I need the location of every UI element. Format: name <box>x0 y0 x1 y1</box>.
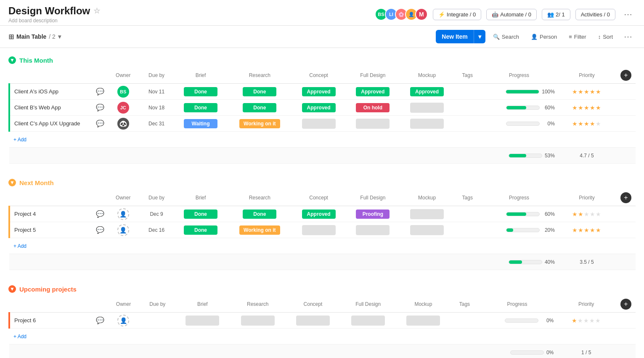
item-name[interactable]: Project 4 <box>9 206 93 222</box>
owner-cell[interactable]: JC <box>107 100 139 116</box>
status-cell[interactable]: Approved <box>346 84 400 100</box>
chat-icon[interactable]: 💬 <box>96 317 104 324</box>
status-cell[interactable] <box>292 116 346 132</box>
status-cell[interactable] <box>400 100 454 116</box>
add-row-cell[interactable]: + Add <box>9 329 636 345</box>
status-cell[interactable]: On hold <box>346 100 400 116</box>
chat-icon[interactable]: 💬 <box>96 88 104 95</box>
status-cell[interactable] <box>292 222 346 238</box>
chat-cell[interactable]: 💬 <box>93 222 107 238</box>
due-cell[interactable] <box>140 313 175 329</box>
tags-cell[interactable] <box>454 206 481 222</box>
tags-cell[interactable] <box>454 100 481 116</box>
status-cell[interactable]: Done <box>174 206 228 222</box>
section-toggle-next-month[interactable]: ▼ <box>8 179 16 186</box>
status-cell[interactable]: Done <box>174 222 228 238</box>
chat-cell[interactable]: 💬 <box>93 116 107 132</box>
table-chevron-icon[interactable]: ▾ <box>58 33 61 40</box>
due-cell[interactable]: Nov 18 <box>139 100 173 116</box>
status-cell[interactable]: Done <box>174 84 228 100</box>
status-cell[interactable] <box>400 206 454 222</box>
status-cell[interactable]: Done <box>228 84 292 100</box>
due-cell[interactable]: Nov 11 <box>139 84 173 100</box>
chat-cell[interactable]: 💬 <box>93 84 107 100</box>
status-cell[interactable] <box>346 116 400 132</box>
toolbar-more-button[interactable]: ⋯ <box>620 30 636 43</box>
owner-cell[interactable]: BS <box>107 84 139 100</box>
status-cell[interactable] <box>400 116 454 132</box>
owner-cell[interactable]: 🐼 <box>107 116 139 132</box>
status-cell[interactable] <box>230 313 285 329</box>
status-cell[interactable] <box>175 313 230 329</box>
owner-cell[interactable]: 👤 <box>107 313 140 329</box>
item-name[interactable]: Client C's App UX Upgrade <box>9 116 93 132</box>
status-cell[interactable]: Done <box>228 100 292 116</box>
owner-cell[interactable]: 👤 <box>107 206 139 222</box>
add-column-button[interactable]: + <box>620 70 631 81</box>
status-cell[interactable] <box>346 222 400 238</box>
due-cell[interactable]: Dec 31 <box>139 116 173 132</box>
owner-empty[interactable]: 👤 <box>117 224 129 236</box>
owner-avatar[interactable]: JC <box>117 102 129 114</box>
new-item-button[interactable]: New Item ▾ <box>436 30 485 43</box>
item-name[interactable]: Client B's Web App <box>9 100 93 116</box>
chat-icon[interactable]: 💬 <box>96 210 104 217</box>
chat-cell[interactable]: 💬 <box>93 313 107 329</box>
add-column-button[interactable]: + <box>620 192 631 203</box>
status-cell[interactable]: Working on it <box>228 116 292 132</box>
priority-stars[interactable]: ★★★★★ <box>560 211 614 217</box>
item-name[interactable]: Project 5 <box>9 222 93 238</box>
item-name[interactable]: Client A's iOS App <box>9 84 93 100</box>
members-button[interactable]: 👥 2/ 1 <box>542 9 570 20</box>
status-cell[interactable]: Approved <box>292 84 346 100</box>
status-cell[interactable]: Done <box>174 100 228 116</box>
automate-button[interactable]: 🤖 Automate / 0 <box>486 9 537 20</box>
status-cell[interactable] <box>400 222 454 238</box>
status-cell[interactable]: Proofing <box>346 206 400 222</box>
search-button[interactable]: 🔍 Search <box>489 31 523 42</box>
activities-button[interactable]: Activities / 0 <box>575 9 615 20</box>
status-cell[interactable]: Working on it <box>228 222 292 238</box>
priority-stars[interactable]: ★★★★★ <box>560 88 614 95</box>
add-row-cell[interactable]: + Add <box>9 132 636 148</box>
status-cell[interactable]: Approved <box>292 206 346 222</box>
header-more-button[interactable]: ⋯ <box>620 8 636 21</box>
chat-icon[interactable]: 💬 <box>96 120 104 127</box>
person-button[interactable]: 👤 Person <box>527 31 561 42</box>
add-column-button[interactable]: + <box>620 299 631 310</box>
filter-button[interactable]: ≡ Filter <box>564 31 590 42</box>
owner-multi[interactable]: 🐼 <box>117 118 129 130</box>
status-cell[interactable]: Waiting <box>174 116 228 132</box>
due-cell[interactable]: Dec 16 <box>139 222 173 238</box>
owner-empty[interactable]: 👤 <box>117 315 129 326</box>
status-cell[interactable] <box>341 313 396 329</box>
status-cell[interactable] <box>285 313 340 329</box>
owner-empty[interactable]: 👤 <box>117 208 129 220</box>
status-cell[interactable]: Approved <box>400 84 454 100</box>
tags-cell[interactable] <box>451 313 478 329</box>
priority-stars[interactable]: ★★★★★ <box>560 104 614 111</box>
priority-stars[interactable]: ★★★★★ <box>560 120 614 127</box>
favorite-star-icon[interactable]: ☆ <box>93 6 100 16</box>
item-name[interactable]: Project 6 <box>9 313 93 329</box>
due-cell[interactable]: Dec 9 <box>139 206 173 222</box>
status-cell[interactable] <box>396 313 451 329</box>
owner-avatar[interactable]: BS <box>117 86 129 98</box>
section-toggle-this-month[interactable]: ▼ <box>8 56 16 64</box>
status-cell[interactable]: Done <box>228 206 292 222</box>
owner-cell[interactable]: 👤 <box>107 222 139 238</box>
tags-cell[interactable] <box>454 116 481 132</box>
tags-cell[interactable] <box>454 84 481 100</box>
chat-cell[interactable]: 💬 <box>93 206 107 222</box>
add-row-cell[interactable]: + Add <box>9 238 636 254</box>
status-cell[interactable]: Approved <box>292 100 346 116</box>
sort-button[interactable]: ↕ Sort <box>594 31 617 42</box>
integrate-button[interactable]: ⚡ Integrate / 0 <box>433 9 481 20</box>
tags-cell[interactable] <box>454 222 481 238</box>
new-item-dropdown-arrow[interactable]: ▾ <box>474 30 485 43</box>
chat-cell[interactable]: 💬 <box>93 100 107 116</box>
section-toggle-upcoming[interactable]: ▼ <box>8 285 16 293</box>
chat-icon[interactable]: 💬 <box>96 104 104 111</box>
priority-stars[interactable]: ★★★★★ <box>559 317 614 324</box>
priority-stars[interactable]: ★★★★★ <box>560 227 614 233</box>
